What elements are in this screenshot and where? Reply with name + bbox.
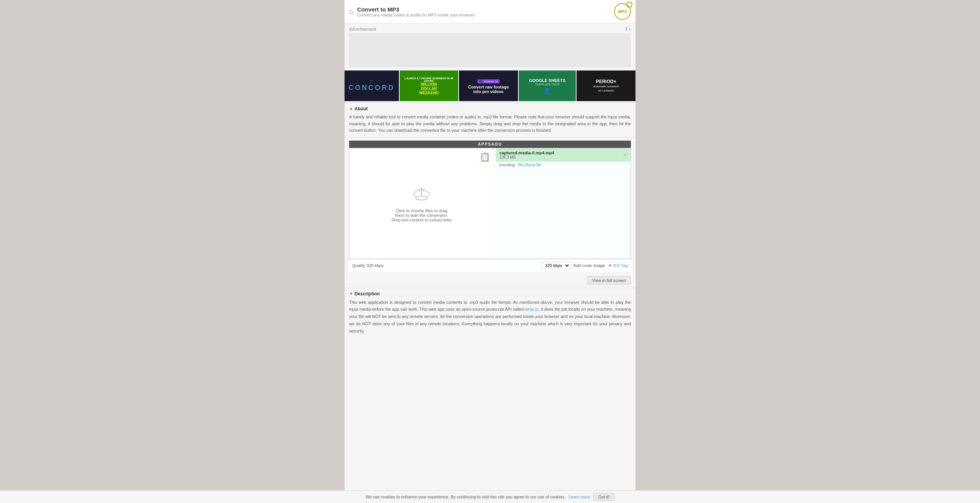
file-item: captured-media-0.mp4.mp4 138.3 MB × bbox=[496, 148, 631, 162]
home-icon[interactable]: ⌂ bbox=[349, 8, 353, 16]
lame-js-link[interactable]: lame.js bbox=[525, 307, 539, 311]
million-main-text: MILLIONDOLLARWEEKEND bbox=[402, 82, 456, 95]
file-local-link[interactable]: file:///local-file bbox=[518, 163, 541, 167]
cookie-text: We use cookies to enhance your experienc… bbox=[366, 495, 566, 499]
upload-icon bbox=[412, 185, 431, 205]
about-header-text: About bbox=[354, 106, 368, 111]
concord-logo-icon: C bbox=[371, 80, 373, 83]
periodix-text: Automate outreachon LinkedIn bbox=[593, 84, 619, 93]
cookie-learn-more-link[interactable]: Learn more bbox=[568, 495, 590, 499]
converter-section: APPSADU 📋 Click to choose file bbox=[345, 137, 635, 275]
app-subtitle: Convert any media (video & audio) to MP3… bbox=[357, 13, 475, 17]
ad-banner bbox=[349, 33, 631, 67]
cookie-got-it-button[interactable]: Got it! bbox=[593, 493, 614, 501]
converter-layout: 📋 Click to choose files or drag them to … bbox=[349, 148, 631, 259]
million-top-text: LAUNCH A 7-FIGURE BUSINESS IN 48 HOURS bbox=[402, 77, 456, 82]
description-triangle-icon: ▼ bbox=[349, 292, 353, 296]
id3-tag-button[interactable]: ▼ ID3 Tag bbox=[608, 263, 631, 268]
drop-zone[interactable]: 📋 Click to choose files or drag them to … bbox=[350, 148, 494, 259]
quality-label: Quality 320 kbps bbox=[349, 263, 539, 268]
vmaker-title: Convert raw footageinto pro videos bbox=[468, 85, 509, 94]
periodix-content: PERIOD× Automate outreachon LinkedIn bbox=[593, 79, 619, 93]
vmaker-content: 🎥 Vmaker AI Convert raw footageinto pro … bbox=[468, 78, 509, 94]
clipboard-icon: 📋 bbox=[480, 152, 490, 162]
vmaker-badge: 🎥 Vmaker AI bbox=[477, 79, 499, 84]
about-triangle-icon: ▼ bbox=[349, 107, 353, 111]
about-text: A handy and reliable tool to convert med… bbox=[349, 114, 631, 134]
million-content: LAUNCH A 7-FIGURE BUSINESS IN 48 HOURS M… bbox=[402, 77, 456, 95]
ad-label: Advertisement ℹ × bbox=[349, 26, 631, 31]
promo-card-concord[interactable]: C CONCORD bbox=[345, 70, 399, 101]
about-header[interactable]: ▼ About bbox=[349, 106, 631, 111]
encoding-label: encoding bbox=[500, 163, 515, 167]
add-label: Add bbox=[573, 263, 581, 268]
app-header: ⌂ Convert to MP3 Convert any media (vide… bbox=[345, 0, 635, 23]
cover-image-label: cover image bbox=[582, 263, 605, 268]
ad-close-button[interactable]: × bbox=[629, 27, 631, 31]
description-section: ▼ Description This web application is de… bbox=[345, 288, 635, 341]
drop-text: Click to choose files or drag them to st… bbox=[391, 208, 452, 222]
promo-cards: C CONCORD LAUNCH A 7-FIGURE BUSINESS IN … bbox=[345, 70, 635, 103]
promo-card-periodix[interactable]: PERIOD× Automate outreachon LinkedIn bbox=[577, 70, 635, 101]
file-item-info: captured-media-0.mp4.mp4 138.3 MB bbox=[500, 151, 554, 159]
gsheets-title: GOOGLE SHEETS bbox=[529, 78, 565, 83]
promo-card-million[interactable]: LAUNCH A 7-FIGURE BUSINESS IN 48 HOURS M… bbox=[400, 70, 459, 101]
description-header-text: Description bbox=[354, 291, 380, 297]
ad-label-text: Advertisement bbox=[349, 27, 376, 31]
ad-info-button[interactable]: ℹ bbox=[626, 26, 627, 31]
svg-point-0 bbox=[416, 196, 427, 200]
promo-card-vmaker[interactable]: 🎥 Vmaker AI Convert raw footageinto pro … bbox=[459, 70, 518, 101]
mp3-logo: MP3 bbox=[614, 3, 631, 20]
description-p1: This web application is designed to conv… bbox=[349, 299, 631, 334]
app-title: Convert to MP3 bbox=[357, 6, 475, 13]
periodix-brand: PERIOD× bbox=[593, 79, 619, 84]
mp3-logo-text: MP3 bbox=[618, 9, 627, 14]
gsheets-subtitle: TEMPLATE PACK bbox=[529, 83, 565, 86]
app-title-wrap: Convert to MP3 Convert any media (video … bbox=[357, 6, 475, 17]
file-list-panel: captured-media-0.mp4.mp4 138.3 MB × enco… bbox=[496, 148, 631, 259]
file-name: captured-media-0.mp4.mp4 bbox=[500, 151, 554, 155]
description-text: This web application is designed to conv… bbox=[349, 299, 631, 334]
cover-image-button[interactable]: Add cover image bbox=[573, 263, 605, 268]
description-header[interactable]: ▼ Description bbox=[349, 291, 631, 297]
header-left: ⌂ Convert to MP3 Convert any media (vide… bbox=[349, 6, 475, 17]
cookie-bar: We use cookies to enhance your experienc… bbox=[0, 490, 980, 503]
ad-icons: ℹ × bbox=[626, 26, 631, 31]
file-close-button[interactable]: × bbox=[624, 152, 627, 158]
ad-section: Advertisement ℹ × bbox=[345, 23, 635, 70]
gsheets-icon: 👤 bbox=[529, 88, 565, 94]
quality-bar: Quality 320 kbps 320 kbps 256 kbps 192 k… bbox=[349, 259, 631, 272]
page-background: ⌂ Convert to MP3 Convert any media (vide… bbox=[0, 0, 980, 503]
about-section: ▼ About A handy and reliable tool to con… bbox=[345, 103, 635, 137]
view-fullscreen-button[interactable]: View in full screen bbox=[587, 276, 631, 285]
quality-select[interactable]: 320 kbps 256 kbps 192 kbps 128 kbps bbox=[542, 262, 570, 269]
main-container: ⌂ Convert to MP3 Convert any media (vide… bbox=[345, 0, 635, 503]
concord-text: CONCORD bbox=[348, 84, 395, 92]
apps-adu-banner: APPSADU bbox=[349, 141, 631, 148]
view-fullscreen-bar: View in full screen bbox=[345, 275, 635, 288]
file-size: 138.3 MB bbox=[500, 155, 554, 159]
promo-card-gsheets[interactable]: GOOGLE SHEETS TEMPLATE PACK 👤 bbox=[519, 70, 576, 101]
file-encoding-row: encoding file:///local-file bbox=[496, 162, 631, 168]
gsheets-content: GOOGLE SHEETS TEMPLATE PACK 👤 bbox=[529, 78, 565, 94]
